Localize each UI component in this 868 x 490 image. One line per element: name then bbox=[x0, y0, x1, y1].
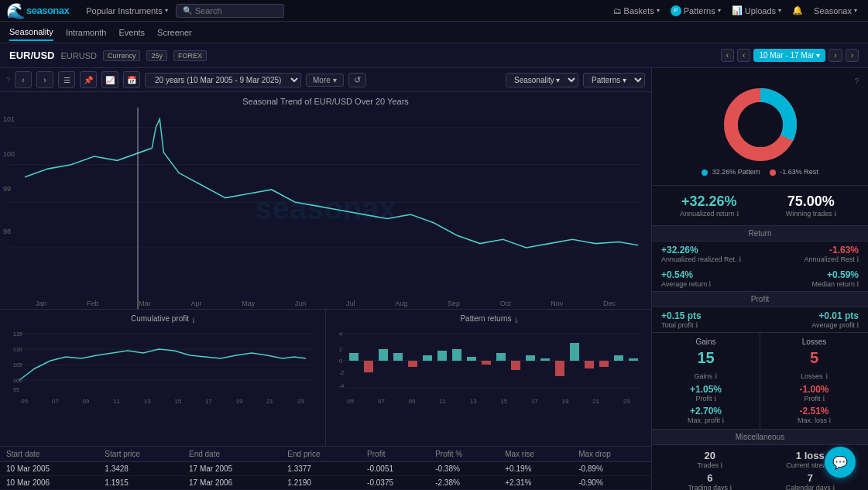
prev-date-btn[interactable]: ‹ bbox=[721, 49, 734, 62]
patterns-menu[interactable]: P Patterns ▾ bbox=[666, 4, 726, 18]
time-range-select[interactable]: 20 years (10 Mar 2005 - 9 Mar 2025) bbox=[145, 73, 301, 87]
svg-rect-34 bbox=[540, 358, 550, 361]
info-icon[interactable]: ℹ bbox=[739, 255, 741, 263]
info-icon[interactable]: ℹ bbox=[720, 461, 722, 469]
svg-rect-22 bbox=[364, 361, 373, 372]
notifications-btn[interactable]: 🔔 bbox=[787, 4, 808, 17]
info-icon[interactable]: ℹ bbox=[715, 372, 717, 380]
gains-max-profit-stat: +2.70% Max. profit ℹ bbox=[661, 406, 750, 424]
col-end-date: End date bbox=[183, 447, 281, 462]
prev-chart-btn[interactable]: ‹ bbox=[15, 71, 32, 88]
search-box[interactable]: 🔍 bbox=[176, 4, 284, 18]
donut-chart bbox=[722, 86, 799, 163]
more-btn[interactable]: More ▾ bbox=[306, 74, 344, 87]
refresh-btn[interactable]: ↺ bbox=[348, 73, 366, 87]
misc-title: Miscellaneous bbox=[652, 430, 868, 445]
svg-rect-37 bbox=[585, 361, 594, 368]
info-icon[interactable]: ℹ bbox=[695, 321, 698, 329]
losses-label: Losses ℹ bbox=[770, 370, 859, 381]
svg-rect-33 bbox=[526, 355, 535, 361]
table-cell: -2.38% bbox=[429, 476, 499, 490]
table-view-btn[interactable]: ☰ bbox=[58, 71, 75, 88]
info-icon[interactable]: ℹ bbox=[829, 416, 831, 424]
col-start-price: Start price bbox=[98, 447, 183, 462]
bottom-charts: Cumulative profit ℹ 115 110 105 100 bbox=[0, 309, 651, 446]
chart-type-btn[interactable]: 📈 bbox=[101, 71, 118, 88]
info-icon[interactable]: ℹ bbox=[856, 280, 859, 288]
col-max-drop: Max drop bbox=[572, 447, 651, 462]
chat-button[interactable]: 💬 bbox=[825, 447, 856, 478]
pattern-returns-svg: 4 2 0 -2 -4 bbox=[332, 326, 645, 396]
sub-nav-screener[interactable]: Screener bbox=[157, 25, 192, 40]
trading-days-stat: 6 Trading days ℹ bbox=[661, 472, 759, 490]
donut-help-icon[interactable]: ? bbox=[854, 77, 859, 86]
info-icon[interactable]: ℹ bbox=[832, 484, 835, 490]
prev2-date-btn[interactable]: ‹ bbox=[737, 49, 750, 62]
cumulative-chart-title: Cumulative profit bbox=[131, 314, 189, 323]
col-max-rise: Max rise bbox=[499, 447, 572, 462]
losses-title: Losses bbox=[770, 338, 859, 346]
table-cell: -0.0051 bbox=[361, 462, 429, 476]
winning-trades-value: 75.00% bbox=[763, 194, 859, 210]
info-icon[interactable]: ℹ bbox=[825, 372, 828, 380]
svg-text:4: 4 bbox=[339, 331, 342, 337]
calendar-btn[interactable]: 📅 bbox=[123, 71, 140, 88]
main-chart-svg bbox=[9, 111, 642, 293]
cumulative-chart-svg: 115 110 105 100 95 bbox=[6, 326, 319, 396]
x-label-apr: Apr bbox=[190, 300, 201, 307]
popular-instruments-menu[interactable]: Popular Instruments ▾ bbox=[81, 6, 172, 15]
pattern-returns-info-icon[interactable]: ℹ bbox=[515, 317, 517, 324]
info-icon[interactable]: ℹ bbox=[714, 395, 716, 403]
cumulative-info-icon[interactable]: ℹ bbox=[192, 317, 194, 324]
next-chart-btn[interactable]: › bbox=[36, 71, 53, 88]
table-cell: 17 Mar 2006 bbox=[183, 476, 281, 490]
next2-date-btn[interactable]: › bbox=[829, 49, 842, 62]
gains-label: Gains ℹ bbox=[661, 370, 750, 381]
info-icon[interactable]: ℹ bbox=[708, 280, 711, 288]
search-icon: 🔍 bbox=[183, 6, 192, 15]
next-date-btn[interactable]: › bbox=[846, 49, 859, 62]
col-start-date: Start date bbox=[0, 447, 98, 462]
info-icon[interactable]: ℹ bbox=[856, 321, 859, 329]
sub-nav-intramonth[interactable]: Intramonth bbox=[66, 25, 107, 40]
user-menu[interactable]: Seasonax ▾ bbox=[809, 5, 862, 17]
info-icon[interactable]: ℹ bbox=[834, 210, 836, 218]
upload-icon: 📊 bbox=[732, 5, 743, 15]
median-return-stat: +0.59% Median return ℹ bbox=[763, 269, 859, 288]
annualized-realized-stat: +32.26% Annualized realized Ret. ℹ bbox=[661, 245, 757, 263]
info-icon[interactable]: ℹ bbox=[822, 395, 825, 403]
table-row[interactable]: 10 Mar 20061.191517 Mar 20061.2190-0.037… bbox=[0, 476, 651, 490]
sub-nav-events[interactable]: Events bbox=[118, 25, 145, 40]
avg-profit-label: Average profit ℹ bbox=[763, 321, 859, 329]
chevron-down-icon: ▾ bbox=[165, 7, 168, 14]
main-chart-title: Seasonal Trend of EUR/USD Over 20 Years bbox=[0, 92, 651, 108]
uploads-menu[interactable]: 📊 Uploads ▾ bbox=[727, 4, 786, 17]
logo: 🌊 seasonax bbox=[6, 2, 69, 20]
table-row[interactable]: 10 Mar 20051.342817 Mar 20051.3377-0.005… bbox=[0, 462, 651, 476]
lock-btn[interactable]: 📌 bbox=[80, 71, 97, 88]
info-icon[interactable]: ℹ bbox=[736, 210, 739, 218]
current-date-range[interactable]: 10 Mar - 17 Mar ▾ bbox=[753, 49, 825, 62]
left-panel: ? ‹ › ☰ 📌 📈 📅 20 years (10 Mar 2005 - 9 … bbox=[0, 68, 651, 490]
x-label-jul: Jul bbox=[346, 300, 355, 307]
pattern-badge: P bbox=[671, 5, 681, 16]
annualized-return-label: Annualized return ℹ bbox=[661, 210, 757, 218]
col-profit: Profit bbox=[361, 447, 429, 462]
info-icon[interactable]: ℹ bbox=[729, 484, 732, 490]
search-input[interactable] bbox=[195, 6, 277, 15]
profit-row: +0.15 pts Total profit ℹ +0.01 pts Avera… bbox=[652, 307, 868, 332]
seasonality-select[interactable]: Seasonality ▾ bbox=[506, 73, 578, 87]
chevron-down-icon: ▾ bbox=[718, 7, 721, 14]
cumulative-chart: Cumulative profit ℹ 115 110 105 100 bbox=[0, 310, 325, 446]
period-tag: 25y bbox=[146, 50, 167, 61]
annualized-realized-value: +32.26% bbox=[661, 245, 757, 255]
instrument-symbol: EUR/USD bbox=[9, 50, 55, 61]
patterns-select[interactable]: Patterns ▾ bbox=[583, 73, 645, 87]
winning-trades-stat: 75.00% Winning trades ℹ bbox=[763, 194, 859, 218]
info-icon[interactable]: ℹ bbox=[722, 416, 724, 424]
sub-nav: Seasonality Intramonth Events Screener bbox=[0, 22, 868, 43]
help-icon[interactable]: ? bbox=[6, 76, 10, 84]
sub-nav-seasonality[interactable]: Seasonality bbox=[9, 24, 53, 41]
info-icon[interactable]: ℹ bbox=[856, 255, 859, 263]
baskets-menu[interactable]: 🗂 Baskets ▾ bbox=[609, 5, 664, 17]
